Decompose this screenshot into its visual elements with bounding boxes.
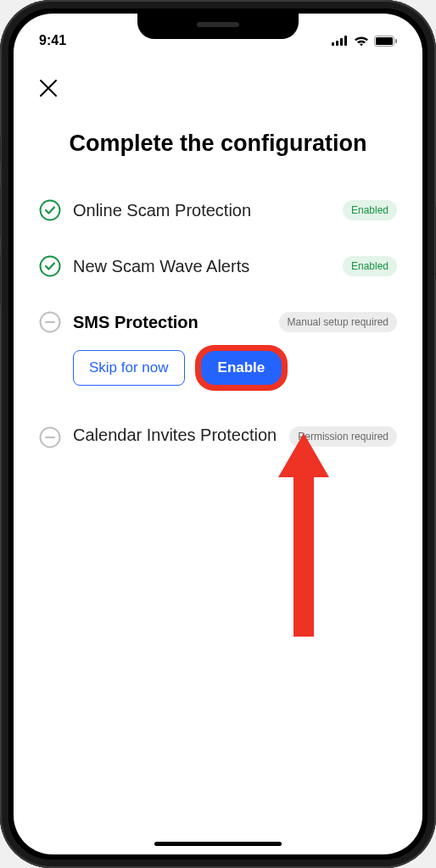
close-button[interactable] xyxy=(39,71,73,105)
phone-volume-up xyxy=(0,186,1,237)
config-item-calendar: Calendar Invites Protection Permission r… xyxy=(39,425,397,448)
config-item-online-scam: Online Scam Protection Enabled xyxy=(39,199,397,221)
config-item-label: SMS Protection xyxy=(73,312,267,333)
skip-button[interactable]: Skip for now xyxy=(73,350,185,386)
minus-circle-icon xyxy=(39,426,61,448)
configuration-list: Online Scam Protection Enabled New Scam … xyxy=(39,199,397,448)
status-badge-manual: Manual setup required xyxy=(279,312,397,332)
battery-icon xyxy=(374,36,397,47)
status-badge-enabled: Enabled xyxy=(343,200,397,220)
check-circle-icon xyxy=(39,255,61,277)
screen: 9:41 Complete the config xyxy=(14,14,422,854)
svg-rect-2 xyxy=(340,38,343,46)
config-item-label: Online Scam Protection xyxy=(73,200,331,221)
svg-rect-5 xyxy=(376,37,393,45)
config-item-label: Calendar Invites Protection xyxy=(73,425,277,446)
config-item-actions: Skip for now Enable xyxy=(73,345,397,391)
svg-rect-0 xyxy=(332,42,334,46)
config-item-scam-wave: New Scam Wave Alerts Enabled xyxy=(39,255,397,277)
svg-rect-1 xyxy=(336,41,338,46)
minus-circle-icon xyxy=(39,311,61,333)
cellular-signal-icon xyxy=(332,36,349,46)
enable-button[interactable]: Enable xyxy=(201,351,282,385)
notch xyxy=(137,14,299,39)
config-item-sms: SMS Protection Manual setup required Ski… xyxy=(39,311,397,391)
phone-volume-down xyxy=(0,254,1,305)
page-title: Complete the configuration xyxy=(39,131,397,157)
clock: 9:41 xyxy=(39,33,66,48)
status-badge-enabled: Enabled xyxy=(343,256,397,276)
phone-side-button xyxy=(0,136,1,163)
wifi-icon xyxy=(354,36,369,47)
close-icon xyxy=(39,79,58,97)
annotation-highlight: Enable xyxy=(195,345,288,391)
phone-device-frame: 9:41 Complete the config xyxy=(0,0,436,868)
status-badge-permission: Permission required xyxy=(289,426,397,447)
speaker xyxy=(197,22,239,27)
svg-point-8 xyxy=(41,257,60,276)
svg-rect-3 xyxy=(344,36,347,46)
config-item-label: New Scam Wave Alerts xyxy=(73,256,331,277)
svg-rect-6 xyxy=(395,39,397,43)
home-indicator[interactable] xyxy=(154,842,282,846)
check-circle-icon xyxy=(39,199,61,221)
svg-point-7 xyxy=(41,201,60,220)
